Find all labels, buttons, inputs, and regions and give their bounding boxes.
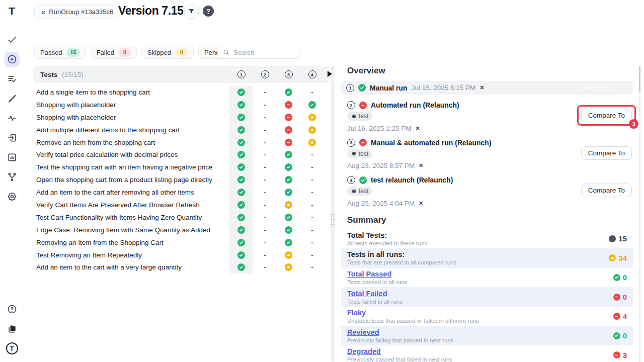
test-status-cell: - xyxy=(300,261,324,274)
test-name: Add an item to the cart after removing a… xyxy=(33,189,229,196)
test-row[interactable]: Add a single item to the shopping cart-- xyxy=(33,86,330,99)
remove-run-icon[interactable]: ✕ xyxy=(419,162,423,169)
test-status-cell: - xyxy=(253,111,277,124)
compare-to-button[interactable]: Compare To xyxy=(581,109,632,122)
filter-chip-skipped[interactable]: Skipped0 xyxy=(141,46,194,59)
divider-grip-handle[interactable] xyxy=(331,213,335,227)
sidebar-nav xyxy=(5,32,20,204)
test-row[interactable]: Add an item to the cart after removing a… xyxy=(33,186,330,199)
filter-button[interactable] xyxy=(184,4,199,19)
sidebar-item-play-circle[interactable] xyxy=(5,52,20,67)
summary-count: 0 xyxy=(623,293,627,301)
sidebar-item-steps[interactable] xyxy=(5,91,20,106)
no-result-mark: - xyxy=(264,226,266,234)
test-row[interactable]: Shopping with placeholder- xyxy=(33,111,330,124)
gear-icon xyxy=(351,151,357,156)
sidebar-item-import[interactable] xyxy=(5,130,20,145)
scrollbar-thumb[interactable] xyxy=(639,66,640,92)
run-tag[interactable]: test xyxy=(347,149,372,158)
passed-status-icon xyxy=(285,88,292,96)
summary-row: Total FailedTests failed in all runs0 xyxy=(341,287,633,307)
rungroup-back-button[interactable]: « RunGroup #13a335c6 xyxy=(34,5,120,19)
test-status-cell xyxy=(229,136,253,149)
filter-chip-passed[interactable]: Passed15 xyxy=(34,46,86,59)
summary-link[interactable]: Degraded xyxy=(347,347,452,355)
sidebar-item-chart-box[interactable] xyxy=(5,150,20,165)
summary-link[interactable]: Flaky xyxy=(347,309,479,317)
main-run-row[interactable]: 1 Manual run Jul 15, 2025 8:15 PM ✕ Main… xyxy=(341,81,633,95)
passed-status-icon xyxy=(285,151,292,158)
compare-to-button[interactable]: Compare To xyxy=(581,146,632,160)
test-status-cell xyxy=(277,136,300,149)
summary-link[interactable]: Total Passed xyxy=(347,270,408,278)
sidebar-item-list-check[interactable] xyxy=(5,71,20,86)
test-status-cell: - xyxy=(300,211,324,224)
sidebar-item-help-circle[interactable] xyxy=(5,302,20,317)
test-row[interactable]: Add an item to the cart with a very larg… xyxy=(33,261,330,274)
test-row[interactable]: Test Cart Functionality with Items Havin… xyxy=(33,211,330,224)
sidebar-item-branch[interactable] xyxy=(5,169,20,185)
summary-link[interactable]: Revieved xyxy=(347,328,454,336)
help-circle-icon xyxy=(7,304,17,314)
test-row[interactable]: Test the shopping cart with an item havi… xyxy=(33,161,330,173)
collapse-panel-arrow-icon[interactable] xyxy=(328,71,332,77)
skipped-status-icon xyxy=(609,254,616,261)
right-scrollbar[interactable] xyxy=(639,66,640,362)
summary-count: 34 xyxy=(618,254,627,262)
run-tag[interactable]: test xyxy=(347,187,372,196)
test-status-cell xyxy=(277,124,300,136)
summary-count: 3 xyxy=(623,351,627,359)
no-result-mark: - xyxy=(264,139,266,146)
test-status-cell xyxy=(277,161,300,173)
sidebar-item-check[interactable] xyxy=(5,32,20,47)
gear-icon xyxy=(7,192,17,202)
no-result-mark: - xyxy=(264,251,266,259)
remove-run-icon[interactable]: ✕ xyxy=(479,84,484,91)
sidebar-item-pulse[interactable] xyxy=(5,111,20,126)
test-row[interactable]: Shopping with placeholder- xyxy=(33,99,330,111)
test-status-cell xyxy=(229,173,253,186)
test-status-cell: - xyxy=(300,236,324,249)
search-box[interactable] xyxy=(217,46,300,59)
test-name: Verify total price calculation with deci… xyxy=(33,151,229,158)
passed-status-icon xyxy=(613,274,620,281)
test-row[interactable]: Test Removing an Item Repeatedly-- xyxy=(33,249,330,261)
test-row[interactable]: Open the shopping cart from a product li… xyxy=(33,173,330,186)
summary-subtitle: Previously failing that passed in next r… xyxy=(347,337,454,343)
passed-status-icon xyxy=(237,139,245,146)
remove-run-icon[interactable]: ✕ xyxy=(419,200,423,207)
failed-status-icon xyxy=(359,102,367,109)
help-button[interactable]: ? xyxy=(203,6,214,17)
run-index-badge: 4 xyxy=(347,176,355,184)
search-input[interactable] xyxy=(233,49,294,56)
test-row[interactable]: Add multiple different items to the shop… xyxy=(33,124,330,136)
remove-run-icon[interactable]: ✕ xyxy=(416,125,420,132)
test-status-cell xyxy=(229,86,253,99)
passed-status-icon xyxy=(237,189,245,196)
sidebar-item-folders[interactable] xyxy=(5,321,20,336)
test-status-cell xyxy=(277,249,300,261)
summary-value: 34 xyxy=(609,254,627,262)
sidebar-item-gear[interactable] xyxy=(5,189,20,204)
summary-row: Total Tests:All tests executed in these … xyxy=(341,229,633,249)
test-row[interactable]: Removing an Item from the Shopping Cart-… xyxy=(33,236,330,249)
test-status-cell: - xyxy=(253,161,277,173)
summary-value: 0 xyxy=(613,273,627,282)
run-tag[interactable]: test xyxy=(347,112,372,121)
test-status-cell: - xyxy=(300,249,324,261)
test-row[interactable]: Edge Case: Removing Item with Same Quant… xyxy=(33,224,330,236)
compare-to-button[interactable]: Compare To xyxy=(581,184,632,197)
test-status-cell xyxy=(229,236,253,249)
no-result-mark: - xyxy=(264,114,266,121)
steps-icon xyxy=(7,94,17,104)
search-icon xyxy=(223,49,230,56)
summary-link[interactable]: Total Failed xyxy=(347,290,403,298)
no-result-mark: - xyxy=(264,151,266,158)
test-row[interactable]: Remove an item from the shopping cart- xyxy=(33,136,330,149)
test-row[interactable]: Verify total price calculation with deci… xyxy=(33,148,330,161)
chart-box-icon xyxy=(7,152,17,162)
sidebar-item-logo-circle[interactable]: T xyxy=(5,341,20,356)
filter-chip-failed[interactable]: Failed0 xyxy=(91,46,137,59)
summary-subtitle: All tests executed in these runs xyxy=(347,240,427,246)
test-row[interactable]: Verify Cart Items Are Preserved After Br… xyxy=(33,199,330,211)
